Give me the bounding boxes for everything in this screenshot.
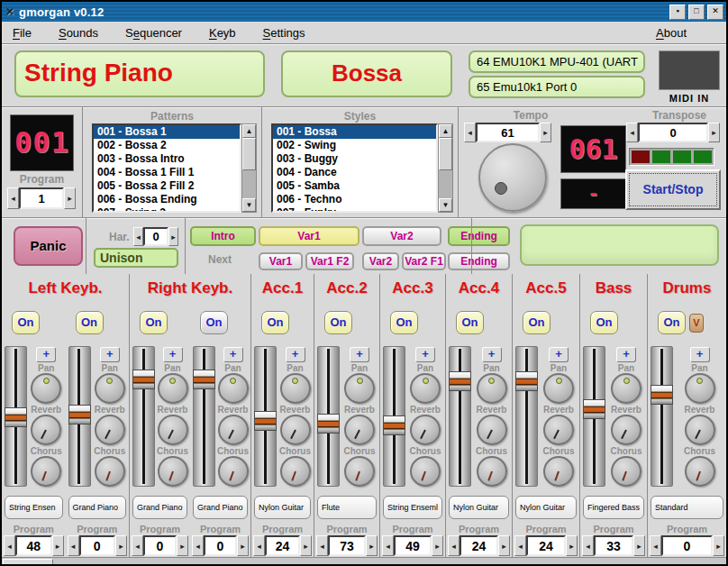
on-button[interactable]: On — [658, 311, 686, 334]
program-value[interactable]: 73 — [328, 535, 366, 556]
pan-knob[interactable] — [31, 373, 61, 404]
plus-button[interactable]: + — [549, 347, 569, 362]
instrument-button[interactable]: Grand Piano — [68, 496, 127, 519]
spin-left-icon[interactable]: ◂ — [650, 535, 661, 556]
patterns-list[interactable]: 001 - Bossa 1002 - Bossa 2003 - Bossa In… — [92, 123, 241, 213]
pan-knob[interactable] — [410, 373, 441, 404]
spin-left-icon[interactable]: ◂ — [133, 227, 143, 246]
on-button[interactable]: On — [324, 311, 352, 334]
volume-slider-handle[interactable] — [132, 370, 155, 389]
spin-left-icon[interactable]: ◂ — [382, 535, 394, 556]
style-item[interactable]: 005 - Samba — [273, 179, 436, 193]
reverb-knob[interactable] — [31, 415, 61, 445]
pan-knob[interactable] — [158, 373, 188, 404]
scrollbar-track[interactable] — [242, 170, 256, 198]
on-button[interactable]: On — [200, 311, 228, 334]
scroll-up-icon[interactable]: ▲ — [439, 124, 452, 138]
instrument-button[interactable]: Fingered Bass — [583, 496, 644, 519]
volume-slider-handle[interactable] — [254, 411, 277, 431]
instrument-button[interactable]: Standard — [651, 496, 723, 519]
spin-left-icon[interactable]: ◂ — [68, 535, 79, 556]
plus-button[interactable]: + — [616, 347, 636, 362]
spin-right-icon[interactable]: ▸ — [237, 535, 249, 556]
spin-right-icon[interactable]: ▸ — [300, 535, 312, 556]
scroll-down-icon[interactable]: ▼ — [439, 198, 452, 212]
on-button[interactable]: On — [261, 311, 289, 334]
menu-about[interactable]: About — [656, 26, 687, 40]
pan-knob[interactable] — [95, 373, 125, 404]
reverb-knob[interactable] — [685, 415, 715, 445]
volume-slider-handle[interactable] — [449, 371, 471, 391]
plus-button[interactable]: + — [223, 347, 243, 362]
volume-slider-handle[interactable] — [68, 405, 91, 424]
volume-slider-handle[interactable] — [515, 371, 538, 391]
instrument-button[interactable]: String Enseml — [383, 496, 442, 519]
volume-slider-handle[interactable] — [383, 415, 405, 435]
pan-knob[interactable] — [477, 373, 507, 404]
reverb-knob[interactable] — [543, 415, 574, 445]
reverb-knob[interactable] — [344, 415, 375, 445]
plus-button[interactable]: + — [36, 347, 56, 362]
volume-slider-handle[interactable] — [651, 385, 673, 405]
styles-list[interactable]: 001 - Bossa002 - Swing003 - Buggy004 - D… — [271, 123, 438, 213]
scrollbar-thumb[interactable] — [242, 138, 256, 170]
spin-left-icon[interactable]: ◂ — [192, 535, 204, 556]
spin-left-icon[interactable]: ◂ — [7, 187, 19, 209]
on-button[interactable]: On — [12, 311, 40, 334]
on-button[interactable]: On — [140, 311, 168, 334]
program-value[interactable]: 0 — [204, 535, 237, 556]
instrument-button[interactable]: Nylon Guitar — [515, 496, 577, 519]
on-button[interactable]: On — [590, 311, 618, 334]
menu-keyb[interactable]: Keyb — [209, 26, 236, 40]
on-button[interactable]: On — [523, 311, 551, 334]
chorus-knob[interactable] — [31, 456, 61, 487]
pattern-item[interactable]: 007 - Swing 2 — [94, 206, 240, 213]
plus-button[interactable]: + — [100, 347, 120, 362]
spin-left-icon[interactable]: ◂ — [514, 535, 526, 556]
pan-knob[interactable] — [280, 373, 311, 404]
chorus-knob[interactable] — [611, 456, 642, 487]
spin-right-icon[interactable]: ▸ — [713, 535, 724, 556]
scroll-up-icon[interactable]: ▲ — [242, 124, 256, 138]
spin-right-icon[interactable]: ▸ — [708, 123, 720, 142]
tempo-value[interactable]: 61 — [476, 123, 540, 142]
plus-button[interactable]: + — [350, 347, 369, 362]
on-button[interactable]: On — [456, 311, 484, 334]
style-item[interactable]: 001 - Bossa — [273, 125, 436, 139]
chorus-knob[interactable] — [280, 456, 311, 487]
instrument-button[interactable]: Grand Piano — [132, 496, 187, 519]
volume-slider[interactable] — [449, 346, 471, 487]
reverb-knob[interactable] — [410, 415, 441, 445]
spin-left-icon[interactable]: ◂ — [253, 535, 265, 556]
reverb-knob[interactable] — [218, 415, 249, 445]
patterns-scrollbar[interactable]: ▲ ▼ — [241, 123, 257, 213]
horizontal-scrollbar-thumb[interactable] — [3, 559, 53, 566]
spin-left-icon[interactable]: ◂ — [582, 535, 594, 556]
pattern-item[interactable]: 001 - Bossa 1 — [94, 125, 240, 139]
window-icon[interactable]: ✕ — [5, 5, 14, 18]
instrument-button[interactable]: Nylon Guitar — [449, 496, 509, 519]
styles-scrollbar[interactable]: ▲ ▼ — [438, 123, 453, 213]
style-item[interactable]: 002 - Swing — [273, 139, 436, 152]
plus-button[interactable]: + — [415, 347, 435, 362]
style-item[interactable]: 004 - Dance — [273, 166, 436, 179]
spin-right-icon[interactable]: ▸ — [498, 535, 510, 556]
spin-right-icon[interactable]: ▸ — [432, 535, 443, 556]
next-variation-button-var1[interactable]: Var1 — [259, 252, 303, 270]
program-value[interactable]: 48 — [15, 535, 52, 556]
plus-button[interactable]: + — [163, 347, 183, 362]
menu-file[interactable]: File — [13, 26, 32, 40]
pattern-item[interactable]: 002 - Bossa 2 — [94, 139, 240, 152]
chorus-knob[interactable] — [477, 456, 507, 487]
instrument-button[interactable]: Nylon Guitar — [254, 496, 311, 519]
scroll-down-icon[interactable]: ▼ — [242, 198, 256, 212]
chorus-knob[interactable] — [543, 456, 574, 487]
spin-left-icon[interactable]: ◂ — [448, 535, 460, 556]
variation-button-intro[interactable]: Intro — [190, 226, 256, 246]
spin-right-icon[interactable]: ▸ — [540, 123, 551, 142]
pattern-item[interactable]: 006 - Bossa Ending — [94, 193, 240, 206]
close-button[interactable]: ✕ — [707, 5, 723, 20]
variation-button-var2[interactable]: Var2 — [362, 226, 441, 246]
spin-left-icon[interactable]: ◂ — [132, 535, 143, 556]
spin-right-icon[interactable]: ▸ — [366, 535, 378, 556]
